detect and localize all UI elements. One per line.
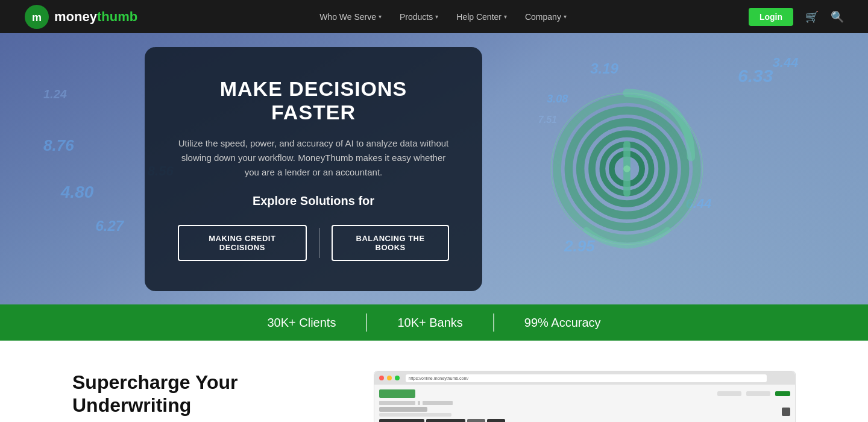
browser-dot-green xyxy=(395,376,400,380)
chevron-down-icon: ▾ xyxy=(379,13,382,20)
search-icon[interactable]: 🔍 xyxy=(831,10,844,24)
browser-bar: https://online.moneythumb.com/ xyxy=(374,371,795,385)
svg-point-10 xyxy=(623,165,631,172)
url-bar: https://online.moneythumb.com/ xyxy=(406,374,767,382)
stat-banks: 10K+ Banks xyxy=(367,316,492,330)
browser-content xyxy=(374,385,795,422)
stat-clients: 30K+ Clients xyxy=(237,316,366,330)
nav-links: Who We Serve ▾ Products ▾ Help Center ▾ … xyxy=(319,12,567,22)
hero-content: MAKE DECISIONS FASTER Utilize the speed,… xyxy=(0,47,868,291)
mock-logo-box xyxy=(379,389,415,398)
chevron-down-icon: ▾ xyxy=(504,13,507,20)
underwriting-section: Supercharge Your Underwriting PDF Insigh… xyxy=(0,341,868,422)
mock-browser: https://online.moneythumb.com/ xyxy=(374,371,795,422)
hero-explore-label: Explore Solutions for xyxy=(178,194,449,208)
underwriting-text: Supercharge Your Underwriting PDF Insigh… xyxy=(72,371,326,422)
fingerprint-icon xyxy=(539,81,714,256)
browser-dot-yellow xyxy=(387,376,392,380)
nav-products[interactable]: Products ▾ xyxy=(400,12,438,22)
hero-card: MAKE DECISIONS FASTER Utilize the speed,… xyxy=(145,47,482,291)
logo-icon: m xyxy=(24,4,49,30)
logo[interactable]: m moneythumb xyxy=(24,4,137,30)
chevron-down-icon: ▾ xyxy=(564,13,567,20)
logo-text: moneythumb xyxy=(54,9,137,25)
svg-text:m: m xyxy=(32,11,42,24)
balancing-books-button[interactable]: BALANCING THE BOOKS xyxy=(332,225,449,261)
credit-decisions-button[interactable]: MAKING CREDIT DECISIONS xyxy=(178,225,307,261)
mock-logo-row xyxy=(379,389,790,398)
fingerprint-graphic xyxy=(530,72,723,265)
login-button[interactable]: Login xyxy=(749,8,793,26)
nav-who-we-serve[interactable]: Who We Serve ▾ xyxy=(319,12,382,22)
hero-description: Utilize the speed, power, and accuracy o… xyxy=(178,136,449,180)
stat-accuracy: 99% Accuracy xyxy=(494,316,631,330)
cart-icon[interactable]: 🛒 xyxy=(805,10,819,24)
nav-help-center[interactable]: Help Center ▾ xyxy=(456,12,507,22)
underwriting-screenshot: https://online.moneythumb.com/ xyxy=(374,371,796,422)
stats-bar: 30K+ Clients 10K+ Banks 99% Accuracy xyxy=(0,304,868,341)
underwriting-title: Supercharge Your Underwriting xyxy=(72,371,326,417)
hero-section: 3.19 6.33 3.44 8.76 4.80 6.27 8.56 3.08 … xyxy=(0,33,868,304)
hero-title: MAKE DECISIONS FASTER xyxy=(178,77,449,124)
browser-dot-red xyxy=(379,376,384,380)
nav-company[interactable]: Company ▾ xyxy=(525,12,567,22)
navbar: m moneythumb Who We Serve ▾ Products ▾ H… xyxy=(0,0,868,33)
button-divider xyxy=(319,228,320,258)
hero-buttons: MAKING CREDIT DECISIONS BALANCING THE BO… xyxy=(178,225,449,261)
nav-right: Login 🛒 🔍 xyxy=(749,8,844,26)
url-text: https://online.moneythumb.com/ xyxy=(409,376,468,380)
chevron-down-icon: ▾ xyxy=(435,13,438,20)
